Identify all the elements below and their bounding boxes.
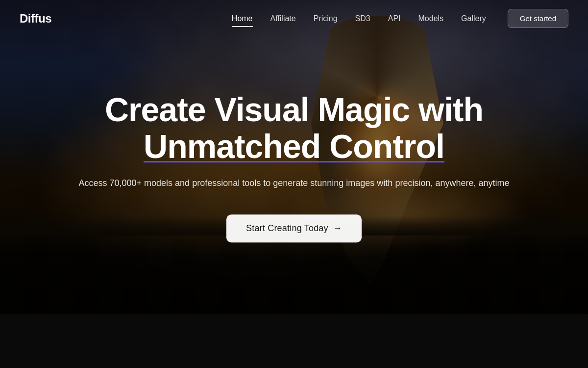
hero-section: Diffus Home Affiliate Pricing SD3 API Mo…	[0, 0, 588, 314]
nav-item-pricing[interactable]: Pricing	[307, 10, 344, 27]
navbar: Diffus Home Affiliate Pricing SD3 API Mo…	[0, 0, 588, 37]
arrow-icon: →	[333, 223, 342, 234]
nav-item-gallery[interactable]: Gallery	[454, 10, 493, 27]
hero-title-line2: Unmatched Control	[144, 128, 444, 165]
nav-item-affiliate[interactable]: Affiliate	[264, 10, 303, 27]
nav-links: Home Affiliate Pricing SD3 API Models Ga…	[225, 10, 493, 27]
hero-cta-button[interactable]: Start Creating Today →	[226, 214, 362, 242]
bottom-section	[0, 314, 588, 368]
get-started-button[interactable]: Get started	[508, 9, 568, 28]
nav-item-api[interactable]: API	[381, 10, 408, 27]
hero-title: Create Visual Magic with Unmatched Contr…	[74, 91, 514, 165]
nav-item-home[interactable]: Home	[225, 10, 260, 27]
hero-content: Create Visual Magic with Unmatched Contr…	[74, 91, 514, 242]
hero-subtitle: Access 70,000+ models and professional t…	[74, 177, 514, 190]
nav-item-models[interactable]: Models	[412, 10, 451, 27]
hero-cta-label: Start Creating Today	[246, 223, 328, 234]
hero-title-line1: Create Visual Magic with	[105, 91, 483, 128]
brand-logo[interactable]: Diffus	[20, 12, 51, 26]
nav-item-sd3[interactable]: SD3	[348, 10, 377, 27]
